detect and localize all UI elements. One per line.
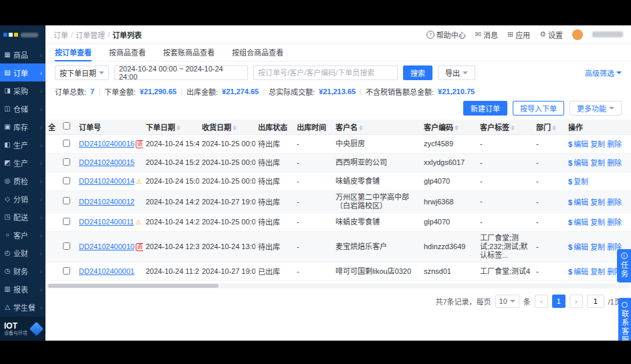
sidebar-item-inventory[interactable]: ▣库存 — [0, 118, 45, 136]
order-link[interactable]: DD24102400011 — [79, 218, 134, 226]
col-customer-code[interactable]: 客户编码 — [421, 120, 477, 134]
apps-button[interactable]: ⊞应用 — [507, 29, 530, 40]
copy-link[interactable]: 复制 — [590, 159, 605, 167]
edit-link[interactable]: 编辑 — [574, 218, 588, 226]
next-page-button[interactable]: › — [570, 295, 583, 308]
row-checkbox[interactable] — [63, 218, 70, 225]
row-checkbox[interactable] — [63, 177, 70, 184]
edit-link[interactable]: 编辑 — [574, 198, 588, 206]
new-order-button[interactable]: 新建订单 — [463, 101, 507, 116]
scrollbar-thumb[interactable] — [48, 284, 219, 288]
copy-link[interactable]: 复制 — [590, 243, 605, 251]
sort-icon[interactable] — [176, 126, 180, 130]
col-outbound-status[interactable]: 出库状态 — [255, 120, 294, 134]
date-type-select[interactable]: 按下单日期 — [55, 65, 109, 80]
sidebar-item-production[interactable]: ◧生产 — [0, 136, 45, 154]
more-functions-button[interactable]: 更多功能 — [570, 101, 622, 116]
edit-link[interactable]: 编辑 — [574, 140, 588, 148]
settings-button[interactable]: ⚙设置 — [539, 29, 563, 40]
search-button[interactable]: 搜索 — [403, 65, 432, 80]
tab-by-order[interactable]: 按订单查看 — [55, 44, 92, 61]
sidebar-item-quality[interactable]: ◎质检 — [0, 172, 45, 190]
copy-link[interactable]: 复制 — [590, 140, 605, 148]
page-size-select[interactable]: 10 — [495, 295, 519, 308]
payment-icon[interactable]: $ — [568, 198, 572, 206]
advanced-filter-link[interactable]: 高级筛选 — [585, 67, 622, 78]
order-link[interactable]: DD24102400014 — [79, 177, 134, 185]
page-jump-input[interactable] — [587, 295, 604, 308]
row-checkbox[interactable] — [63, 267, 70, 275]
import-order-button[interactable]: 按导入下单 — [513, 101, 564, 116]
edit-link[interactable]: 编辑 — [574, 159, 588, 167]
copy-link[interactable]: 复制 — [590, 218, 605, 226]
sort-icon[interactable] — [359, 126, 363, 130]
col-order-date[interactable]: 下单日期 — [143, 120, 199, 134]
export-button[interactable]: 导出 — [438, 65, 475, 80]
edit-link[interactable]: 编辑 — [574, 243, 588, 251]
sidebar-item-production-2[interactable]: ◩生产 — [0, 154, 45, 172]
delete-link[interactable]: 删除 — [607, 140, 622, 148]
row-checkbox[interactable] — [63, 158, 70, 166]
avatar[interactable] — [572, 29, 583, 40]
col-order-no[interactable]: 订单号 — [76, 120, 143, 134]
sidebar-item-orders[interactable]: ▤订单 — [0, 63, 45, 81]
order-link[interactable]: DD24102400010 — [79, 242, 134, 250]
sort-icon[interactable] — [552, 126, 556, 130]
row-checkbox[interactable] — [63, 197, 70, 204]
messages-button[interactable]: ✉消息 — [475, 29, 498, 40]
contact-support-floating-button[interactable]: 联系客服 — [618, 298, 631, 341]
payment-icon[interactable]: $ — [568, 218, 572, 226]
copy-link[interactable]: 复制 — [590, 198, 605, 206]
order-link[interactable]: DD24102400012 — [79, 198, 134, 206]
sidebar-item-finance[interactable]: ◷财务 — [0, 262, 45, 280]
user-name-redacted[interactable] — [592, 31, 623, 37]
payment-icon[interactable]: $ — [568, 268, 572, 276]
tab-by-product[interactable]: 按商品查看 — [109, 44, 146, 61]
col-department[interactable]: 部门 — [533, 120, 565, 134]
sidebar-item-business-finance[interactable]: ◴业财 — [0, 244, 45, 262]
sidebar-item-student-meal[interactable]: △学生餐 — [0, 298, 45, 316]
sidebar-item-purchase[interactable]: ◨采购 — [0, 81, 45, 100]
help-center-button[interactable]: ?帮助中心 — [426, 29, 466, 40]
select-all-checkbox[interactable] — [63, 122, 70, 130]
col-select-all[interactable]: 全 — [45, 120, 60, 134]
order-link[interactable]: DD24102400001 — [79, 267, 134, 275]
col-customer[interactable]: 客户名 — [333, 120, 421, 134]
tab-by-combo-product[interactable]: 按组合商品查看 — [232, 44, 283, 61]
copy-link[interactable]: 复制 — [590, 268, 605, 276]
order-link[interactable]: DD24102400015 — [79, 158, 134, 166]
order-link[interactable]: DD24102400016 — [79, 140, 134, 148]
sidebar-item-delivery[interactable]: ◳配送 — [0, 208, 45, 226]
copy-link[interactable]: 复制 — [574, 178, 588, 186]
sidebar-item-reports[interactable]: ▥报表 — [0, 280, 45, 298]
sidebar-item-customers[interactable]: ○客户 — [0, 226, 45, 244]
delete-link[interactable]: 删除 — [607, 159, 622, 167]
sort-icon[interactable] — [233, 126, 237, 130]
sidebar-item-goods[interactable]: ▦商品 — [0, 45, 45, 63]
row-checkbox[interactable] — [63, 242, 70, 250]
col-customer-tags[interactable]: 客户标签 — [477, 120, 533, 134]
sort-icon[interactable] — [455, 126, 459, 130]
payment-icon[interactable]: $ — [568, 159, 572, 167]
payment-icon[interactable]: $ — [568, 243, 572, 251]
breadcrumb-orders[interactable]: 订单 — [53, 29, 68, 40]
prev-page-button[interactable]: ‹ — [535, 295, 548, 308]
row-checkbox[interactable] — [63, 140, 70, 147]
payment-icon[interactable]: $ — [568, 178, 572, 186]
sidebar-item-distribution[interactable]: ◇分销 — [0, 190, 45, 208]
delete-link[interactable]: 删除 — [607, 198, 622, 206]
task-floating-button[interactable]: ! 任务 — [617, 249, 631, 283]
sidebar-item-warehouse[interactable]: ◫仓储 — [0, 100, 45, 118]
tab-by-set-product[interactable]: 按套账商品查看 — [163, 44, 215, 61]
edit-link[interactable]: 编辑 — [574, 268, 588, 276]
breadcrumb-order-mgmt[interactable]: 订单管理 — [76, 29, 105, 40]
payment-icon[interactable]: $ — [568, 140, 572, 148]
sort-icon[interactable] — [511, 126, 515, 130]
date-range-input[interactable]: 2024-10-24 00:00 ~ 2024-10-24 24:00 — [114, 65, 248, 80]
search-input[interactable] — [253, 65, 398, 80]
horizontal-scrollbar[interactable] — [47, 283, 630, 289]
col-outbound-time[interactable]: 出库时间 — [294, 120, 333, 134]
iot-footer[interactable]: IOT 设备与环境 — [0, 317, 45, 341]
delete-link[interactable]: 删除 — [607, 218, 622, 226]
col-receive-date[interactable]: 收货日期 — [199, 120, 255, 134]
